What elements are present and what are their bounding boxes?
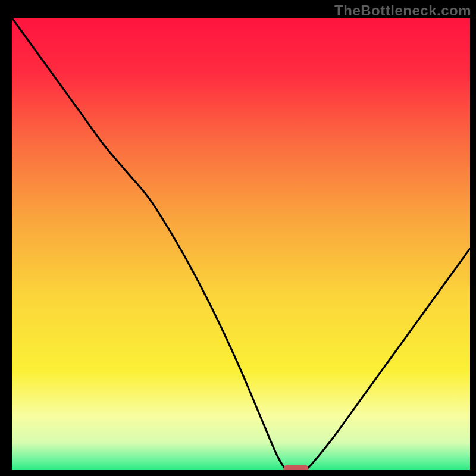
watermark-label: TheBottleneck.com xyxy=(334,2,471,19)
bottleneck-chart xyxy=(12,18,470,470)
plot-area xyxy=(12,18,470,470)
optimum-marker xyxy=(283,465,308,470)
gradient-background xyxy=(12,18,470,470)
chart-frame: TheBottleneck.com xyxy=(0,0,476,476)
